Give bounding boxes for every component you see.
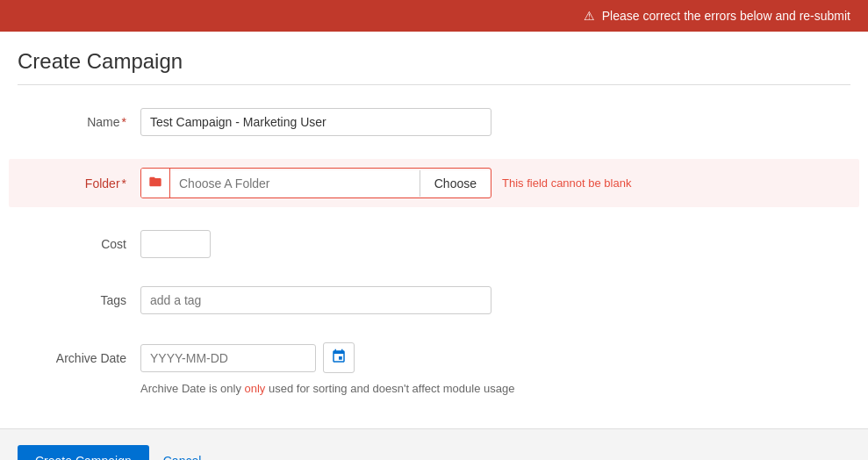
name-required: * [122, 115, 126, 129]
folder-required: * [122, 176, 126, 190]
cost-row: Cost [18, 225, 850, 263]
warning-icon: ⚠ [584, 9, 595, 23]
archive-hint-only: only [245, 382, 266, 395]
tags-input[interactable] [140, 286, 491, 314]
name-input[interactable] [140, 108, 491, 136]
archive-section: Archive Date Archive Date is only only u… [18, 337, 850, 395]
folder-input[interactable] [170, 170, 420, 197]
calendar-button[interactable] [323, 342, 355, 373]
error-banner: ⚠ Please correct the errors below and re… [0, 0, 868, 32]
folder-label: Folder* [18, 176, 140, 190]
page-container: Create Campaign Name* Folder* [0, 32, 868, 420]
folder-row: Folder* Choose This field cannot be blan… [9, 159, 859, 207]
folder-wrapper: Choose [140, 168, 491, 198]
archive-row: Archive Date [18, 337, 850, 378]
folder-icon [148, 175, 162, 191]
archive-label: Archive Date [18, 351, 140, 365]
cancel-button[interactable]: Cancel [163, 454, 202, 460]
calendar-icon [331, 349, 347, 367]
name-label: Name* [18, 115, 140, 129]
archive-wrapper [140, 342, 355, 373]
tags-row: Tags [18, 281, 850, 320]
archive-hint: Archive Date is only only used for sorti… [140, 382, 850, 395]
tags-label: Tags [18, 293, 140, 307]
page-title: Create Campaign [18, 49, 850, 85]
footer-bar: Create Campaign Cancel [0, 428, 868, 460]
cost-input[interactable] [140, 230, 211, 258]
create-campaign-button[interactable]: Create Campaign [18, 445, 149, 460]
folder-icon-container [141, 169, 170, 198]
form-container: Name* Folder* Choose This fiel [18, 85, 850, 420]
archive-date-input[interactable] [140, 344, 316, 372]
folder-error-message: This field cannot be blank [502, 176, 631, 190]
choose-button[interactable]: Choose [420, 170, 491, 197]
cost-label: Cost [18, 237, 140, 251]
error-message: Please correct the errors below and re-s… [602, 9, 850, 23]
name-row: Name* [18, 103, 850, 141]
